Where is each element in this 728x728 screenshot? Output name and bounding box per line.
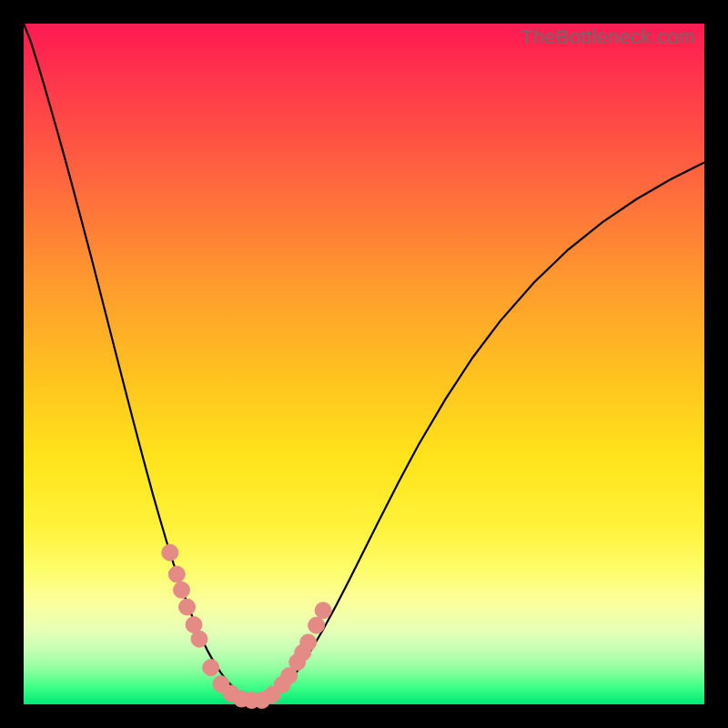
data-point — [174, 581, 190, 598]
chart-frame: TheBottleneck.com — [24, 24, 704, 704]
data-point — [308, 617, 325, 633]
data-point — [179, 599, 196, 615]
curve-path — [24, 24, 704, 703]
data-point — [300, 634, 317, 651]
data-point — [168, 566, 185, 582]
data-point-markers — [162, 544, 331, 708]
data-point — [191, 631, 207, 647]
data-point — [162, 544, 178, 561]
bottleneck-curve — [24, 24, 704, 704]
data-point — [315, 602, 331, 619]
data-point — [203, 660, 219, 676]
